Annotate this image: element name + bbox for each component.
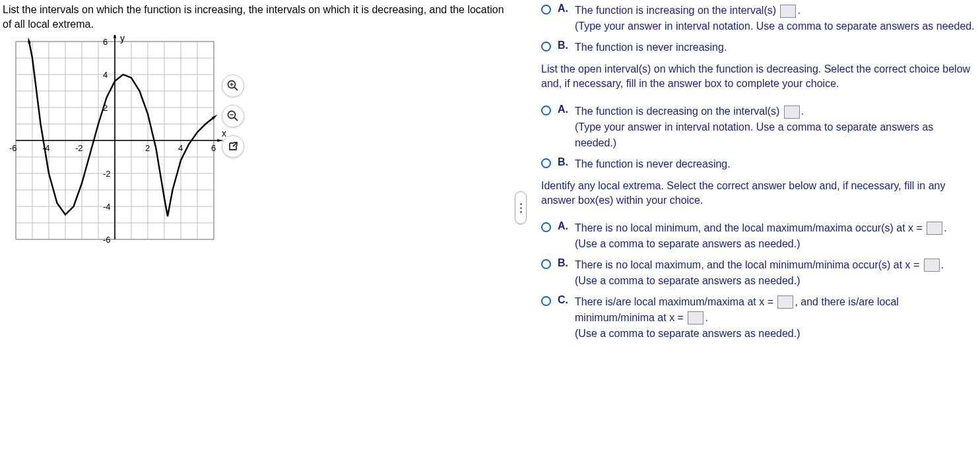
q3-c-input-2[interactable]: [688, 311, 703, 324]
question-pane: List the intervals on which the function…: [0, 0, 515, 459]
label-q2-b: B.: [558, 156, 570, 168]
label-q3-c: C.: [558, 294, 570, 306]
q2-a-body: The function is decreasing on the interv…: [575, 104, 975, 151]
q3-a-pre: There is no local minimum, and the local…: [575, 222, 925, 233]
q1-choice-a: A. The function is increasing on the int…: [541, 3, 975, 34]
q3-c-hint: (Use a comma to separate answers as need…: [575, 328, 800, 339]
graph-area: -6-4-2246-6-4-2246 x y: [3, 35, 507, 246]
q2-a-post: .: [801, 106, 804, 117]
q3-c-input-1[interactable]: [777, 295, 793, 309]
open-new-icon[interactable]: [222, 135, 244, 158]
q3-c-body: There is/are local maximum/maxima at x =…: [575, 294, 975, 342]
svg-line-48: [234, 87, 238, 90]
svg-text:-2: -2: [103, 169, 111, 179]
zoom-out-icon[interactable]: [222, 105, 244, 127]
radio-q1-b[interactable]: [541, 42, 551, 51]
svg-text:-6: -6: [103, 235, 111, 245]
svg-text:-2: -2: [75, 143, 83, 153]
q3-a-post: .: [944, 222, 946, 233]
svg-text:6: 6: [103, 37, 108, 47]
q3-choice-b: B. There is no local maximum, and the lo…: [541, 257, 975, 289]
label-q3-a: A.: [558, 220, 570, 232]
q3-a-hint: (Use a comma to separate answers as need…: [575, 238, 800, 249]
radio-q3-c[interactable]: [541, 296, 551, 306]
q2-a-hint: (Type your answer in interval notation. …: [575, 121, 933, 148]
q3-choice-c: C. There is/are local maximum/maxima at …: [541, 294, 975, 342]
q1-choices: A. The function is increasing on the int…: [541, 3, 975, 55]
svg-text:4: 4: [103, 70, 108, 80]
svg-text:2: 2: [145, 143, 150, 153]
pane-divider-handle[interactable]: [515, 191, 527, 224]
svg-marker-42: [114, 35, 116, 38]
q1-b-text: The function is never increasing.: [575, 40, 727, 55]
answer-pane: A. The function is increasing on the int…: [515, 0, 980, 459]
svg-line-52: [234, 117, 238, 121]
q3-a-input[interactable]: [927, 222, 942, 235]
svg-text:-4: -4: [103, 202, 111, 212]
q3-choices: A. There is no local minimum, and the lo…: [541, 220, 975, 342]
svg-text:y: y: [120, 35, 125, 44]
q3-b-hint: (Use a comma to separate answers as need…: [575, 275, 800, 286]
q3-b-pre: There is no local maximum, and the local…: [575, 259, 923, 270]
q3-choice-a: A. There is no local minimum, and the lo…: [541, 220, 975, 252]
label-q3-b: B.: [558, 257, 570, 269]
q3-b-body: There is no local maximum, and the local…: [575, 257, 944, 289]
q3-c-post: .: [705, 312, 707, 323]
label-q1-b: B.: [558, 40, 570, 51]
q1-a-input[interactable]: [780, 5, 796, 18]
q2-choice-b: B. The function is never decreasing.: [541, 156, 975, 172]
q2-b-text: The function is never decreasing.: [575, 156, 731, 172]
q1-a-post: .: [797, 5, 800, 16]
q2-choice-a: A. The function is decreasing on the int…: [541, 104, 975, 151]
q3-b-input[interactable]: [924, 259, 940, 272]
q1-a-body: The function is increasing on the interv…: [575, 3, 975, 34]
q3-c-pre: There is/are local maximum/maxima at x =: [575, 296, 776, 307]
q3-a-body: There is no local minimum, and the local…: [575, 220, 947, 252]
q2-a-input[interactable]: [784, 106, 800, 119]
label-q1-a: A.: [558, 3, 570, 15]
radio-q1-a[interactable]: [541, 5, 551, 15]
graph-toolbar: [222, 75, 244, 158]
radio-q2-b[interactable]: [541, 158, 551, 168]
q1-a-pre: The function is increasing on the interv…: [575, 5, 779, 16]
q2-intro: List the open interval(s) on which the f…: [541, 62, 975, 92]
q2-a-pre: The function is decreasing on the interv…: [575, 106, 783, 117]
prompt-text: List the intervals on which the function…: [3, 3, 507, 31]
q3-intro: Identify any local extrema. Select the c…: [541, 179, 975, 208]
svg-text:4: 4: [178, 143, 183, 153]
q2-choices: A. The function is decreasing on the int…: [541, 104, 975, 172]
radio-q3-a[interactable]: [541, 222, 551, 232]
q3-b-post: .: [941, 259, 944, 270]
q1-choice-b: B. The function is never increasing.: [541, 40, 975, 55]
q1-a-hint: (Type your answer in interval notation. …: [575, 20, 975, 32]
svg-marker-43: [28, 37, 30, 44]
svg-text:6: 6: [211, 143, 216, 153]
svg-text:-6: -6: [9, 143, 17, 153]
label-q2-a: A.: [558, 104, 570, 115]
function-graph: -6-4-2246-6-4-2246 x y: [3, 35, 227, 246]
radio-q2-a[interactable]: [541, 106, 551, 115]
zoom-in-icon[interactable]: [222, 75, 244, 97]
radio-q3-b[interactable]: [541, 259, 551, 269]
